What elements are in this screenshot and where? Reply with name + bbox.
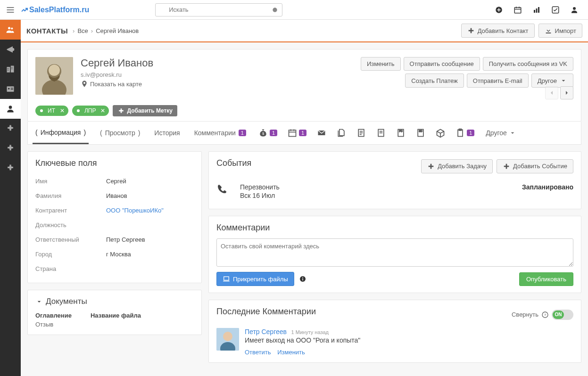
get-vk-messages-button[interactable]: Получить сообщения из VK — [483, 57, 573, 71]
sidebar-item-plugin-2[interactable] — [0, 139, 21, 158]
money-bag-icon: $ — [258, 128, 268, 138]
svg-rect-23 — [8, 70, 8, 71]
tab-invoice-icon[interactable] — [375, 122, 387, 144]
contact-email[interactable]: s.iv@poresk.ru — [81, 71, 153, 78]
publish-button[interactable]: Опубликовать — [519, 272, 573, 286]
caret-down-icon — [509, 129, 516, 137]
events-panel: События Добавить Задачу Добавить Событие — [208, 151, 581, 209]
module-title[interactable]: КОНТАКТЫ — [26, 27, 68, 35]
sidebar-item-plugin-3[interactable] — [0, 158, 21, 178]
calendar-icon — [288, 128, 297, 138]
other-actions-dropdown[interactable]: Другое — [531, 74, 573, 88]
svg-rect-14 — [536, 8, 538, 13]
tag-chip[interactable]: ИТ✕ — [35, 106, 68, 116]
tab-calendar-icon[interactable]: 1 — [287, 122, 307, 144]
calendar-icon[interactable] — [513, 6, 522, 14]
show-on-map-link[interactable]: Показать на карте — [81, 80, 153, 88]
tab-products-icon[interactable] — [435, 122, 446, 144]
add-event-button[interactable]: Добавить Событие — [497, 159, 573, 173]
tab-po-icon[interactable]: PO — [395, 122, 406, 144]
edit-comment-link[interactable]: Изменить — [277, 349, 305, 356]
chevron-down-icon[interactable] — [271, 6, 279, 14]
create-payment-button[interactable]: Создать Платеж — [405, 74, 464, 88]
doc-row-value[interactable]: Отзыв — [35, 321, 72, 328]
comment-item: Петр Сергеев 1 Минуту назад Имеет выход … — [216, 328, 573, 356]
add-task-button[interactable]: Добавить Задачу — [421, 159, 493, 173]
svg-rect-9 — [514, 7, 521, 13]
tab-history[interactable]: История — [151, 123, 182, 143]
sidebar-item-campaigns[interactable] — [0, 40, 21, 59]
phone-icon — [216, 183, 228, 195]
search-input[interactable] — [155, 3, 282, 16]
help-icon[interactable]: ? — [541, 311, 549, 319]
add-tag-label: Добавить Метку — [127, 107, 173, 114]
user-menu-icon[interactable] — [570, 6, 579, 14]
remove-tag-icon[interactable]: ✕ — [100, 107, 105, 114]
field-label: Фамилия — [35, 192, 106, 199]
account-link[interactable]: ООО "ПорешкоИКо" — [106, 207, 164, 214]
breadcrumb-all[interactable]: Все — [77, 27, 88, 34]
sidebar-item-contact[interactable] — [0, 99, 21, 119]
tag-chip[interactable]: ЛПР✕ — [72, 106, 109, 116]
breadcrumb-sep-icon: › — [73, 27, 75, 34]
svg-rect-22 — [8, 68, 8, 69]
reply-link[interactable]: Ответить — [245, 349, 271, 356]
tab-information[interactable]: Информация — [33, 122, 89, 144]
field-label: Должность — [35, 221, 106, 229]
tab-comments[interactable]: Комментарии 1 — [191, 123, 249, 143]
documents-toggle[interactable]: Документы — [35, 297, 194, 306]
documents-panel: Документы Оглавление Отзыв Название файл… — [27, 290, 202, 335]
contact-avatar[interactable] — [35, 57, 73, 95]
send-email-button[interactable]: Отправить E-mail — [467, 74, 529, 88]
tab-clipboard-icon[interactable]: 1 — [455, 122, 475, 144]
brand-text: SalesPlatform.ru — [29, 6, 89, 14]
import-button[interactable]: Импорт — [538, 24, 582, 38]
event-title: Перезвонить — [240, 183, 513, 191]
comment-avatar[interactable] — [216, 328, 239, 351]
add-quick-icon[interactable] — [495, 6, 503, 14]
sidebar-item-plugin-1[interactable] — [0, 119, 21, 139]
tab-mail-icon[interactable] — [316, 122, 327, 144]
tab-view[interactable]: Просмотр — [97, 123, 143, 143]
documents-title: Документы — [46, 297, 87, 306]
tab-page-icon[interactable] — [356, 122, 367, 144]
caret-down-icon — [560, 77, 567, 84]
brand-logo[interactable]: SalesPlatform.ru — [21, 6, 89, 14]
tab-so-icon[interactable]: SO — [415, 122, 426, 144]
attach-files-button[interactable]: Прикрепить файлы — [216, 272, 294, 286]
send-message-button[interactable]: Отправить сообщение — [404, 57, 480, 71]
next-record-button[interactable] — [560, 86, 573, 99]
remove-tag-icon[interactable]: ✕ — [60, 107, 65, 114]
plus-icon — [117, 107, 125, 114]
clipboard-icon — [455, 128, 465, 138]
add-contact-label: Добавить Контакт — [478, 27, 529, 34]
download-icon — [545, 27, 552, 34]
menu-toggle[interactable] — [4, 3, 17, 16]
tasks-icon[interactable] — [551, 6, 560, 14]
edit-button[interactable]: Изменить — [361, 57, 401, 71]
tab-other-dropdown[interactable]: Другое — [484, 123, 518, 143]
money-badge: 1 — [270, 130, 277, 136]
svg-text:?: ? — [544, 312, 547, 317]
sidebar-item-organizations[interactable] — [0, 59, 21, 79]
info-icon[interactable] — [299, 275, 306, 283]
key-fields-panel: Ключевые поля ИмяСергей ФамилияИванов Ко… — [27, 151, 202, 283]
event-row[interactable]: Перезвонить Вск 16 Июл Запланировано — [216, 180, 573, 202]
tab-docs-icon[interactable] — [336, 122, 347, 144]
tab-money-icon[interactable]: $1 — [257, 122, 278, 144]
comment-author-link[interactable]: Петр Сергеев — [245, 328, 287, 335]
svg-point-37 — [49, 65, 60, 76]
comment-input[interactable] — [216, 238, 573, 267]
map-pin-icon — [81, 80, 88, 88]
tab-other-label: Другое — [486, 129, 506, 137]
collapse-toggle[interactable]: ON — [552, 310, 573, 320]
add-contact-button[interactable]: Добавить Контакт — [461, 24, 535, 38]
chevron-down-icon — [35, 298, 43, 305]
svg-rect-41 — [289, 130, 296, 136]
sidebar-item-card[interactable] — [0, 79, 21, 99]
sidebar-item-contacts-group[interactable] — [0, 20, 21, 40]
reports-icon[interactable] — [532, 6, 541, 14]
field-label: Город — [35, 251, 106, 258]
recent-comments-panel: Последние Комментарии Свернуть ? ON — [208, 300, 581, 363]
add-tag-button[interactable]: Добавить Метку — [113, 105, 177, 116]
